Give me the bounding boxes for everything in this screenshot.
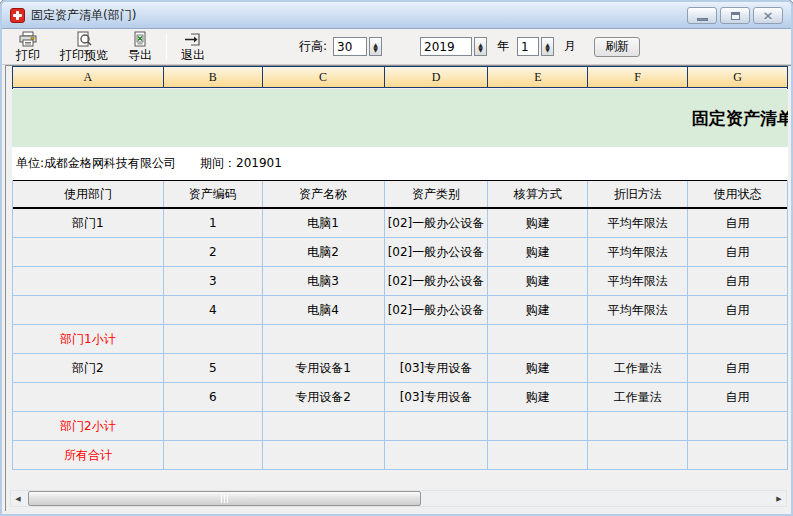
cell[interactable]: 电脑2 (263, 238, 385, 267)
cell[interactable]: 2 (164, 238, 263, 267)
cell[interactable] (263, 441, 385, 470)
cell[interactable]: 工作量法 (588, 383, 688, 412)
column-header-b[interactable]: B (164, 67, 263, 88)
cell[interactable] (488, 441, 588, 470)
cell[interactable] (588, 412, 688, 441)
maximize-button[interactable] (720, 7, 750, 24)
scrollbar-thumb[interactable] (28, 491, 421, 506)
cell[interactable]: 部门2 (13, 354, 164, 383)
spin-down-icon: ▼ (373, 47, 378, 52)
cell[interactable]: 自用 (688, 238, 787, 267)
cell[interactable]: 电脑3 (263, 267, 385, 296)
header-cell: 资产编码 (164, 181, 263, 207)
cell[interactable]: 所有合计 (13, 441, 164, 470)
export-button[interactable]: 导出 (124, 30, 156, 63)
cell[interactable]: 购建 (488, 267, 588, 296)
cell[interactable]: 自用 (688, 267, 787, 296)
year-spinner[interactable]: ▲ ▼ (474, 37, 487, 56)
thumb-grip (221, 495, 222, 503)
scroll-left-button[interactable]: ◀ (11, 491, 25, 506)
cell[interactable]: 自用 (688, 296, 787, 325)
horizontal-scrollbar[interactable]: ◀ ▶ (10, 490, 787, 507)
column-header-c[interactable]: C (263, 67, 385, 88)
cell[interactable]: [03]专用设备 (385, 354, 489, 383)
cell[interactable]: 电脑4 (263, 296, 385, 325)
cell[interactable] (164, 412, 263, 441)
month-input[interactable]: 1 (517, 37, 539, 56)
cell[interactable] (263, 325, 385, 354)
cell[interactable] (385, 325, 489, 354)
cell[interactable] (688, 441, 787, 470)
cell[interactable] (13, 383, 164, 412)
cell[interactable] (688, 412, 787, 441)
cell[interactable] (688, 325, 787, 354)
header-cell: 使用部门 (13, 181, 164, 207)
minimize-button[interactable] (687, 7, 717, 24)
cell[interactable]: [02]一般办公设备 (385, 238, 489, 267)
column-header-f[interactable]: F (588, 67, 688, 88)
refresh-button[interactable]: 刷新 (594, 37, 640, 57)
cell[interactable]: 1 (164, 209, 263, 238)
cell[interactable] (13, 238, 164, 267)
cell[interactable] (13, 267, 164, 296)
cell[interactable] (588, 441, 688, 470)
column-header-d[interactable]: D (385, 67, 489, 88)
scroll-right-button[interactable]: ▶ (772, 491, 786, 506)
cell[interactable]: 平均年限法 (588, 267, 688, 296)
column-header-a[interactable]: A (13, 67, 164, 88)
export-label: 导出 (128, 48, 152, 62)
cell[interactable]: 平均年限法 (588, 238, 688, 267)
cell[interactable]: 平均年限法 (588, 296, 688, 325)
year-input[interactable]: 2019 (420, 37, 472, 56)
cell[interactable] (164, 325, 263, 354)
cell[interactable]: [02]一般办公设备 (385, 209, 489, 238)
print-preview-button[interactable]: 打印预览 (56, 30, 112, 63)
cell[interactable]: 专用设备1 (263, 354, 385, 383)
column-header-strip: A B C D E F G (12, 66, 788, 89)
cell[interactable]: 工作量法 (588, 354, 688, 383)
table-row: 部门1 1 电脑1 [02]一般办公设备 购建 平均年限法 自用 (13, 209, 787, 238)
row-height-input[interactable]: 30 (333, 37, 367, 56)
month-spinner[interactable]: ▲ ▼ (541, 37, 554, 56)
cell[interactable] (588, 325, 688, 354)
cell[interactable]: 平均年限法 (588, 209, 688, 238)
cell[interactable]: 购建 (488, 209, 588, 238)
cell[interactable] (488, 412, 588, 441)
cell[interactable] (263, 412, 385, 441)
cell[interactable]: 自用 (688, 354, 787, 383)
cell[interactable]: 电脑1 (263, 209, 385, 238)
minimize-icon (697, 18, 708, 21)
cell[interactable]: 部门1小计 (13, 325, 164, 354)
row-height-spinner[interactable]: ▲ ▼ (369, 37, 382, 56)
cell[interactable] (385, 441, 489, 470)
cell[interactable]: 购建 (488, 238, 588, 267)
titlebar: 固定资产清单(部门) × (2, 2, 791, 29)
asset-table: 使用部门 资产编码 资产名称 资产类别 核算方式 折旧方法 使用状态 部门1 1… (12, 180, 788, 470)
cell[interactable]: 专用设备2 (263, 383, 385, 412)
cell[interactable]: 部门2小计 (13, 412, 164, 441)
cell[interactable]: 4 (164, 296, 263, 325)
cell[interactable]: [03]专用设备 (385, 383, 489, 412)
cell[interactable] (13, 296, 164, 325)
cell[interactable]: 6 (164, 383, 263, 412)
cell[interactable]: 购建 (488, 354, 588, 383)
spin-down-icon: ▼ (478, 47, 483, 52)
cell[interactable] (164, 441, 263, 470)
close-button[interactable]: × (753, 7, 783, 24)
scroll-right-icon: ▶ (776, 495, 781, 503)
cell[interactable]: 部门1 (13, 209, 164, 238)
cell[interactable] (385, 412, 489, 441)
cell[interactable]: 5 (164, 354, 263, 383)
column-header-g[interactable]: G (688, 67, 787, 88)
cell[interactable]: 自用 (688, 383, 787, 412)
cell[interactable]: 自用 (688, 209, 787, 238)
cell[interactable]: 购建 (488, 383, 588, 412)
print-button[interactable]: 打印 (12, 30, 44, 63)
cell[interactable]: [02]一般办公设备 (385, 267, 489, 296)
exit-button[interactable]: 退出 (177, 30, 209, 63)
cell[interactable]: [02]一般办公设备 (385, 296, 489, 325)
cell[interactable] (488, 325, 588, 354)
cell[interactable]: 3 (164, 267, 263, 296)
cell[interactable]: 购建 (488, 296, 588, 325)
column-header-e[interactable]: E (488, 67, 588, 88)
